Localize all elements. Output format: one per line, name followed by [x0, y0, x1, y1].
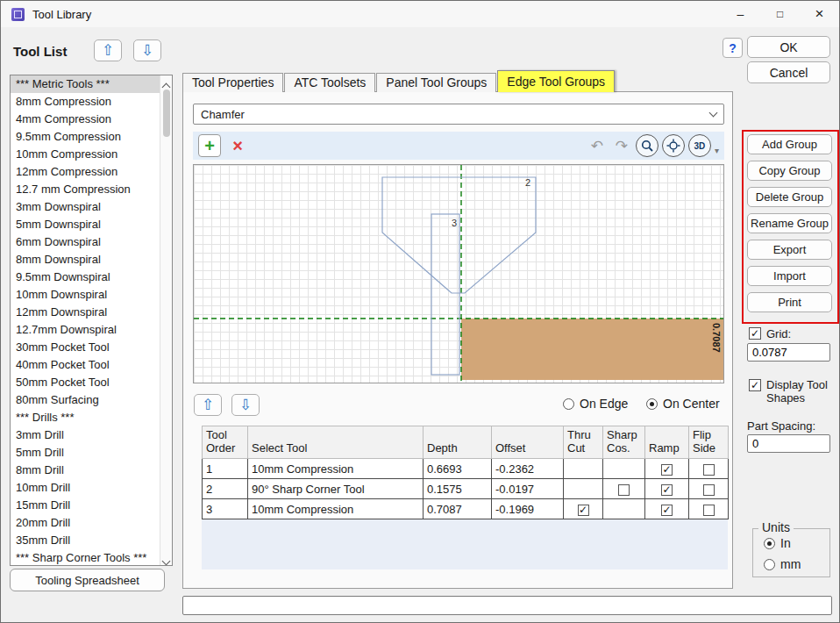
tool-list[interactable]: *** Metric Tools ***8mm Compression4mm C…	[10, 75, 173, 566]
list-item[interactable]: 12mm Downspiral	[11, 304, 160, 321]
list-item[interactable]: 30mm Pocket Tool	[11, 339, 160, 356]
unit-mm-option[interactable]: mm	[764, 557, 829, 571]
ramp-checkbox[interactable]: ✓	[661, 464, 673, 476]
list-item[interactable]: 10mm Compression	[11, 146, 160, 163]
ramp-checkbox[interactable]: ✓	[661, 484, 673, 496]
tool-list-move-down-button[interactable]: ⇩	[133, 39, 161, 61]
delete-tool-button[interactable]: ×	[226, 134, 249, 157]
view-3d-button[interactable]: 3D	[688, 134, 711, 157]
tool-preview-canvas[interactable]: 2 3 0.7087	[193, 164, 724, 383]
list-item[interactable]: 5mm Downspiral	[11, 216, 160, 233]
tooling-spreadsheet-button[interactable]: Tooling Spreadsheet	[10, 569, 165, 591]
flip-checkbox[interactable]	[703, 484, 715, 496]
on-center-radio[interactable]	[646, 398, 658, 410]
toolbar-overflow-icon[interactable]: ▾	[715, 146, 719, 155]
list-item[interactable]: 15mm Drill	[11, 497, 160, 514]
delete-group-button[interactable]: Delete Group	[747, 187, 832, 207]
grid-option[interactable]: ✓ Grid:	[749, 327, 791, 340]
rename-group-button[interactable]: Rename Group	[747, 213, 832, 233]
list-item[interactable]: 12mm Compression	[11, 163, 160, 181]
cell-flip[interactable]	[689, 459, 729, 479]
list-item[interactable]: 4mm Compression	[11, 111, 160, 128]
zoom-button[interactable]	[636, 134, 658, 157]
list-item[interactable]: 3mm Downspiral	[11, 198, 160, 216]
on-edge-radio[interactable]	[563, 398, 574, 410]
ok-button[interactable]: OK	[747, 36, 830, 58]
list-item[interactable]: 9.5mm Compression	[11, 128, 160, 146]
cell-ramp[interactable]: ✓	[645, 479, 689, 499]
zoom-extents-button[interactable]	[662, 134, 685, 157]
import-button[interactable]: Import	[747, 266, 832, 286]
tool-list-move-up-button[interactable]: ⇧	[94, 39, 122, 61]
list-item[interactable]: 10mm Downspiral	[11, 286, 160, 304]
cell-order[interactable]: 2	[203, 479, 248, 499]
on-edge-option[interactable]: On Edge	[563, 397, 628, 411]
list-item[interactable]: *** Sharp Corner Tools ***	[11, 549, 160, 566]
cell-flip[interactable]	[689, 499, 729, 519]
display-tool-shapes-checkbox[interactable]: ✓	[749, 379, 761, 391]
add-tool-button[interactable]: +	[198, 134, 221, 157]
scrollbar-thumb[interactable]	[163, 90, 170, 137]
copy-group-button[interactable]: Copy Group	[747, 161, 832, 181]
list-item[interactable]: 12.7mm Downspiral	[11, 321, 160, 339]
maximize-button[interactable]: □	[760, 1, 800, 27]
part-spacing-input[interactable]	[747, 434, 830, 453]
unit-mm-radio[interactable]	[764, 559, 775, 570]
list-item[interactable]: 5mm Drill	[11, 444, 160, 462]
tab-tool-properties[interactable]: Tool Properties	[182, 73, 283, 92]
tool-order-down-button[interactable]: ⇩	[231, 394, 260, 416]
unit-in-option[interactable]: In	[764, 536, 829, 550]
sharp-checkbox[interactable]	[618, 484, 630, 496]
display-tool-shapes-option[interactable]: ✓ Display Tool Shapes	[749, 378, 831, 405]
cell-order[interactable]: 3	[203, 499, 248, 519]
ramp-checkbox[interactable]: ✓	[661, 505, 673, 516]
tab-panel-tool-groups[interactable]: Panel Tool Groups	[376, 73, 496, 92]
cell-depth[interactable]: 0.6693	[424, 459, 492, 479]
list-item[interactable]: 35mm Drill	[11, 532, 160, 549]
cancel-button[interactable]: Cancel	[747, 61, 830, 83]
cell-flip[interactable]	[689, 479, 729, 499]
cell-sharp[interactable]	[603, 479, 645, 499]
unit-in-radio[interactable]	[764, 538, 775, 549]
tool-order-up-button[interactable]: ⇧	[194, 394, 222, 416]
grid-checkbox[interactable]: ✓	[749, 327, 761, 340]
list-item[interactable]: 9.5mm Downspiral	[11, 269, 160, 286]
tool-list-scrollbar[interactable]	[160, 75, 172, 565]
print-button[interactable]: Print	[747, 292, 832, 312]
cell-ramp[interactable]: ✓	[645, 499, 689, 519]
list-item[interactable]: 40mm Pocket Tool	[11, 356, 160, 374]
tab-atc-toolsets[interactable]: ATC Toolsets	[284, 73, 375, 92]
list-item[interactable]: 50mm Pocket Tool	[11, 374, 160, 391]
cell-offset[interactable]: -0.0197	[492, 479, 564, 499]
export-button[interactable]: Export	[747, 240, 832, 260]
cell-order[interactable]: 1	[203, 459, 248, 479]
add-group-button[interactable]: Add Group	[747, 134, 832, 154]
status-input[interactable]	[182, 596, 832, 615]
list-item[interactable]: 8mm Downspiral	[11, 251, 160, 269]
cell-offset[interactable]: -0.2362	[492, 459, 564, 479]
list-item[interactable]: 6mm Downspiral	[11, 233, 160, 251]
list-item[interactable]: 12.7 mm Compression	[11, 181, 160, 198]
tab-edge-tool-groups[interactable]: Edge Tool Groups	[497, 70, 615, 92]
cell-thru[interactable]: ✓	[564, 499, 603, 519]
list-item[interactable]: 8mm Compression	[11, 93, 160, 111]
redo-icon[interactable]: ↷	[611, 137, 632, 155]
cell-tool[interactable]: 10mm Compression	[248, 459, 424, 479]
flip-checkbox[interactable]	[703, 505, 715, 516]
cell-ramp[interactable]: ✓	[645, 459, 689, 479]
flip-checkbox[interactable]	[703, 464, 715, 476]
cell-depth[interactable]: 0.7087	[424, 499, 492, 519]
list-item[interactable]: 10mm Drill	[11, 479, 160, 497]
list-item[interactable]: 8mm Drill	[11, 462, 160, 479]
group-select-combobox[interactable]: Chamfer	[193, 104, 724, 125]
minimize-button[interactable]: –	[721, 1, 760, 27]
cell-tool[interactable]: 10mm Compression	[248, 499, 424, 519]
list-item[interactable]: *** Metric Tools ***	[11, 75, 160, 93]
cell-depth[interactable]: 0.1575	[424, 479, 492, 499]
on-center-option[interactable]: On Center	[646, 397, 720, 411]
grid-spacing-input[interactable]	[747, 343, 830, 362]
help-button[interactable]: ?	[723, 38, 743, 58]
close-button[interactable]: ×	[800, 1, 839, 27]
list-item[interactable]: *** Drills ***	[11, 409, 160, 426]
list-item[interactable]: 80mm Surfacing	[11, 391, 160, 409]
